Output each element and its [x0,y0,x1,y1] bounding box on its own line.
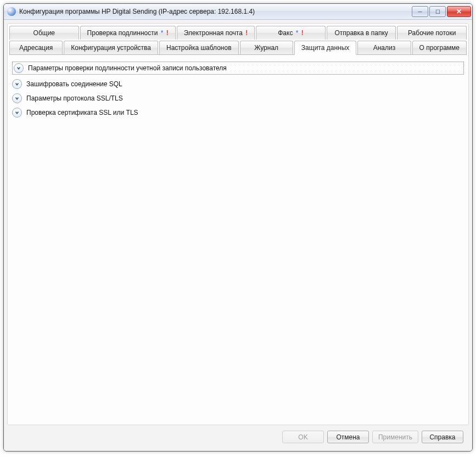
tab-рабочие-потоки[interactable]: Рабочие потоки [397,26,467,40]
expander-label: Зашифровать соединение SQL [26,80,122,88]
expander-2[interactable]: Параметры протокола SSL/TLS [12,92,464,104]
tab-о-программе[interactable]: О программе [412,41,467,54]
tab-анализ[interactable]: Анализ [357,41,411,54]
expander-3[interactable]: Проверка сертификата SSL или TLS [12,107,464,119]
expander-label: Параметры протокола SSL/TLS [26,94,123,102]
window-title: Конфигурация программы HP Digital Sendin… [19,8,412,15]
tab-факс[interactable]: Факс * ! [256,26,326,40]
tab-проверка-подлинности[interactable]: Проверка подлинности * ! [80,26,176,40]
expander-label: Проверка сертификата SSL или TLS [26,109,138,116]
tab-content: Параметры проверки подлинности учетной з… [8,55,468,425]
expander-1[interactable]: Зашифровать соединение SQL [12,78,464,90]
chevron-down-icon [12,79,22,89]
tab-защита-данных[interactable]: Защита данных [294,41,356,55]
chevron-down-icon [12,93,22,103]
minimize-button[interactable]: ─ [412,6,428,17]
titlebar: Конфигурация программы HP Digital Sendin… [4,4,472,20]
tabstrip: ОбщиеПроверка подлинности * !Электронная… [8,24,468,55]
apply-button[interactable]: Применить [372,431,418,443]
expander-0[interactable]: Параметры проверки подлинности учетной з… [12,62,464,75]
chevron-down-icon [12,108,22,118]
help-button[interactable]: Справка [422,431,463,443]
dialog-footer: OK Отмена Применить Справка [7,425,469,448]
tab-журнал[interactable]: Журнал [240,41,293,54]
cancel-button[interactable]: Отмена [327,431,369,443]
ok-button[interactable]: OK [282,431,324,443]
expander-label: Параметры проверки подлинности учетной з… [28,64,227,72]
app-icon [7,7,16,16]
tab-отправка-в-папку[interactable]: Отправка в папку [327,26,396,40]
maximize-button[interactable]: ☐ [429,6,446,17]
tab-общие[interactable]: Общие [9,26,79,40]
tab-адресация[interactable]: Адресация [9,41,63,54]
tab-электронная-почта[interactable]: Электронная почта ! [177,26,255,40]
tab-конфигурация-устройства[interactable]: Конфигурация устройства [64,41,158,54]
chevron-down-icon [14,63,24,73]
window: Конфигурация программы HP Digital Sendin… [3,3,473,452]
close-button[interactable]: ✕ [447,6,471,17]
tab-настройка-шаблонов[interactable]: Настройка шаблонов [159,41,239,54]
